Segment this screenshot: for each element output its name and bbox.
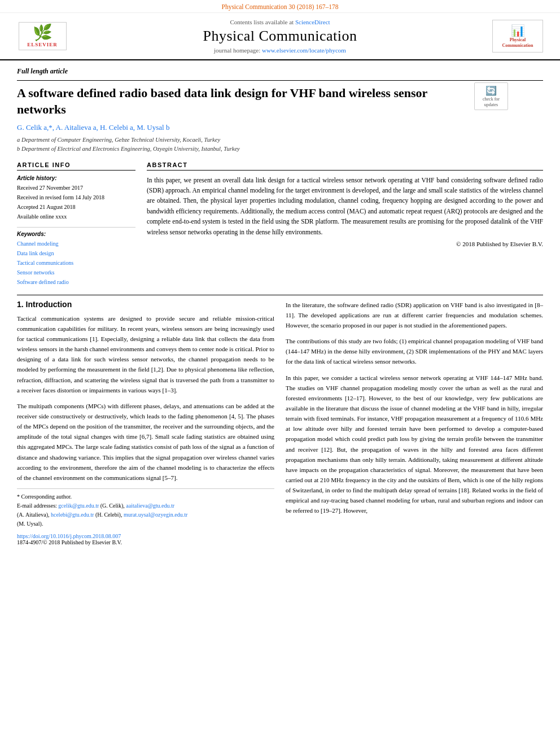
- doi-section: https://doi.org/10.1016/j.phycom.2018.08…: [17, 533, 274, 545]
- sciencedirect-link[interactable]: ScienceDirect: [295, 19, 330, 25]
- kw-1: Channel modeling: [17, 239, 135, 248]
- keywords-label: Keywords:: [17, 231, 135, 237]
- homepage-label: journal homepage:: [214, 47, 260, 54]
- issn-text: 1874-4907/© 2018 Published by Elsevier B…: [17, 539, 274, 545]
- right-para-3: In this paper, we consider a tactical wi…: [286, 373, 543, 516]
- kw-3: Tactical communications: [17, 258, 135, 268]
- journal-header-center: Contents lists available at ScienceDirec…: [68, 19, 492, 54]
- footnote-section: * Corresponding author. E-mail addresses…: [17, 488, 274, 528]
- kw-4: Sensor networks: [17, 268, 135, 277]
- keywords-list: Channel modeling Data link design Tactic…: [17, 239, 135, 287]
- intro-para-1: Tactical communication systems are desig…: [17, 313, 274, 395]
- affiliations: a Department of Computer Engineering, Ge…: [17, 136, 543, 154]
- citation-text: Physical Communication 30 (2018) 167–178: [222, 3, 339, 10]
- affiliation-b: b Department of Electrical and Electroni…: [17, 145, 543, 154]
- info-abstract-row: ARTICLE INFO Article history: Received 2…: [17, 161, 543, 287]
- contents-line: Contents lists available at ScienceDirec…: [68, 19, 492, 25]
- article-info: ARTICLE INFO Article history: Received 2…: [17, 161, 135, 287]
- abstract-copyright: © 2018 Published by Elsevier B.V.: [147, 241, 543, 247]
- doi-url: https://doi.org/10.1016/j.phycom.2018.08…: [17, 533, 274, 539]
- kw-2: Data link design: [17, 248, 135, 258]
- main-content: Full length article A software defined r…: [0, 60, 560, 557]
- kw-5: Software defined radio: [17, 277, 135, 287]
- right-para-2: The contributions of this study are two …: [286, 336, 543, 366]
- badge-graph-icon: 📊: [497, 24, 538, 37]
- title-rule: [17, 80, 543, 81]
- email-label-line: E-mail addresses: gcelik@gtu.edu.tr (G. …: [17, 501, 274, 510]
- elsevier-logo-box: 🌿 ELSEVIER: [19, 22, 67, 50]
- accepted-date: Accepted 21 August 2018: [17, 202, 135, 212]
- corresponding-label: * Corresponding author.: [17, 492, 274, 501]
- received-date: Received 27 November 2017: [17, 183, 135, 193]
- journal-badge: 📊 PhysicalCommunication: [492, 20, 543, 52]
- check-updates-label: check for updates: [483, 97, 500, 107]
- contents-label: Contents lists available at: [230, 19, 294, 25]
- check-updates-badge: 🔄 check for updates: [474, 82, 508, 110]
- intro-title: 1. Introduction: [17, 300, 274, 309]
- elsevier-logo: 🌿 ELSEVIER: [17, 22, 68, 50]
- journal-header: 🌿 ELSEVIER Contents lists available at S…: [0, 13, 560, 60]
- title-row: A software defined radio based data link…: [17, 85, 543, 123]
- body-right: In the literature, the software defined …: [286, 300, 543, 545]
- email-4[interactable]: murat.uysal@ozyegin.edu.tr: [124, 512, 187, 518]
- abstract-col: ABSTRACT In this paper, we present an ov…: [147, 161, 543, 287]
- doi-link[interactable]: https://doi.org/10.1016/j.phycom.2018.08…: [17, 533, 121, 539]
- authors: G. Celik a,*, A. Aitalieva a, H. Celebi …: [17, 123, 543, 132]
- abstract-title: ABSTRACT: [147, 161, 543, 171]
- email-2[interactable]: aaitalieva@gtu.edu.tr: [126, 503, 174, 509]
- journal-homepage: journal homepage: www.elsevier.com/locat…: [68, 47, 492, 54]
- elsevier-brand-text: ELSEVIER: [23, 42, 63, 47]
- journal-title: Physical Communication: [68, 28, 492, 45]
- citation-bar: Physical Communication 30 (2018) 167–178: [0, 0, 560, 13]
- platform-word: platform: [316, 218, 338, 225]
- article-history-label: Article history:: [17, 175, 135, 181]
- right-para-1: In the literature, the software defined …: [286, 300, 543, 330]
- email-line-2: (A. Aitalieva), hcelebi@gtu.edu.tr (H. C…: [17, 510, 274, 519]
- email-line-3: (M. Uysal).: [17, 519, 274, 528]
- article-title: A software defined radio based data link…: [17, 85, 469, 117]
- check-icon: 🔄: [478, 85, 504, 96]
- email-label: E-mail addresses:: [17, 503, 57, 509]
- intro-para-2: The multipath components (MPCs) with dif…: [17, 401, 274, 483]
- article-type: Full length article: [17, 67, 543, 76]
- abstract-text: In this paper, we present an overall dat…: [147, 175, 543, 237]
- info-divider: [17, 227, 135, 228]
- revised-date: Received in revised form 14 July 2018: [17, 193, 135, 202]
- email-3[interactable]: hcelebi@gtu.edu.tr: [51, 512, 94, 518]
- body-two-col: 1. Introduction Tactical communication s…: [17, 300, 543, 545]
- affiliation-a: a Department of Computer Engineering, Ge…: [17, 136, 543, 145]
- homepage-url[interactable]: www.elsevier.com/locate/phycom: [262, 47, 346, 54]
- elsevier-tree-icon: 🌿: [23, 25, 63, 41]
- email-1[interactable]: gcelik@gtu.edu.tr: [58, 503, 99, 509]
- body-rule: [17, 295, 543, 295]
- badge-title: PhysicalCommunication: [497, 37, 538, 48]
- article-info-title: ARTICLE INFO: [17, 161, 135, 171]
- body-left: 1. Introduction Tactical communication s…: [17, 300, 274, 545]
- available-date: Available online xxxx: [17, 212, 135, 221]
- article-dates: Received 27 November 2017 Received in re…: [17, 183, 135, 221]
